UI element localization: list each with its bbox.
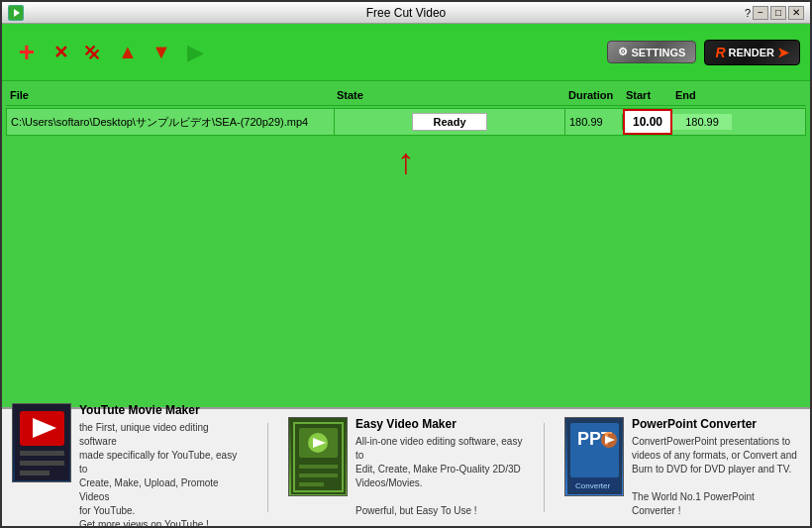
duration-value: 180.99	[565, 114, 623, 130]
add-button[interactable]: +	[12, 38, 42, 67]
divider-2	[544, 423, 545, 512]
state-cell: Ready	[334, 109, 565, 135]
svg-rect-6	[20, 461, 64, 466]
toolbar: + ✕ ✕ ✕ ▲ ▼ ▶ ⚙ SETTINGS R RENDE	[2, 24, 810, 81]
ad-easy-desc: All-in-one video editing software, easy …	[355, 435, 524, 518]
title-bar: Free Cut Video ? − □ ✕	[2, 2, 810, 24]
help-text[interactable]: ?	[745, 7, 751, 19]
header-end: End	[671, 87, 731, 103]
render-button[interactable]: R RENDER ➤	[704, 40, 800, 65]
table-row[interactable]: C:\Users\softaro\Desktop\サンプルビデオ\SEA-(72…	[6, 108, 806, 136]
header-state: State	[333, 87, 564, 103]
ad-ppt-title: PowerPoint Converter	[632, 417, 800, 431]
svg-rect-14	[299, 474, 338, 477]
svg-rect-15	[299, 482, 324, 486]
svg-rect-7	[20, 471, 50, 475]
ad-ppt-image: PPT Converter	[564, 417, 624, 496]
divider-1	[267, 423, 268, 512]
gear-icon: ⚙	[618, 46, 628, 58]
ad-easy-text: Easy Video Maker All-in-one video editin…	[355, 417, 524, 518]
ad-youtube-desc: the First, unique video editing software…	[79, 421, 248, 528]
title-bar-left	[8, 5, 24, 21]
toolbar-right: ⚙ SETTINGS R RENDER ➤	[607, 40, 800, 65]
up-arrow-icon: ↑	[397, 144, 415, 179]
close-button[interactable]: ✕	[788, 6, 804, 20]
remove-button[interactable]: ✕	[46, 38, 75, 67]
ad-ppt[interactable]: PPT Converter PowerPoint Converter Conve…	[564, 417, 800, 518]
render-icon: R	[715, 45, 725, 60]
minimize-button[interactable]: −	[753, 6, 768, 20]
move-up-icon: ▲	[118, 41, 138, 63]
svg-rect-13	[299, 465, 338, 469]
ad-easy-image	[288, 417, 348, 496]
table-header: File State Duration Start End	[6, 85, 806, 106]
play-button[interactable]: ▶	[180, 38, 210, 67]
app-icon	[8, 5, 24, 21]
ad-youtube-image	[12, 403, 71, 482]
render-arrow-icon: ➤	[777, 45, 789, 60]
start-value[interactable]: 10.00	[623, 109, 672, 135]
ad-ppt-text: PowerPoint Converter ConvertPowerPoint p…	[632, 417, 800, 518]
add-icon: +	[19, 39, 35, 66]
move-down-icon: ▼	[152, 41, 171, 63]
play-icon: ▶	[187, 40, 204, 65]
remove-all-button[interactable]: ✕ ✕	[79, 38, 109, 67]
ad-youtube[interactable]: YouTute Movie Maker the First, unique vi…	[12, 403, 248, 528]
header-file: File	[6, 87, 333, 103]
bottom-bar: YouTute Movie Maker the First, unique vi…	[2, 407, 810, 526]
move-down-button[interactable]: ▼	[147, 38, 176, 67]
render-label: RENDER	[729, 47, 774, 58]
ad-youtube-title: YouTute Movie Maker	[79, 403, 248, 417]
window-title: Free Cut Video	[366, 6, 447, 20]
file-path: C:\Users\softaro\Desktop\サンプルビデオ\SEA-(72…	[7, 113, 334, 132]
settings-label: SETTINGS	[631, 47, 685, 58]
ad-youtube-text: YouTute Movie Maker the First, unique vi…	[79, 403, 248, 528]
move-up-button[interactable]: ▲	[113, 38, 143, 67]
ad-easy-title: Easy Video Maker	[355, 417, 524, 431]
end-value: 180.99	[672, 114, 732, 130]
settings-button[interactable]: ⚙ SETTINGS	[607, 41, 696, 63]
restore-button[interactable]: □	[770, 6, 786, 20]
remove-all-icon: ✕ ✕	[83, 42, 105, 63]
header-start: Start	[622, 87, 671, 103]
ad-easy[interactable]: Easy Video Maker All-in-one video editin…	[288, 417, 524, 518]
main-window: Free Cut Video ? − □ ✕ + ✕ ✕ ✕ ▲ ▼ ▶	[0, 0, 812, 528]
arrow-container: ↑	[6, 144, 806, 179]
svg-rect-5	[20, 451, 64, 456]
remove-icon: ✕	[53, 42, 68, 63]
state-badge: Ready	[412, 113, 486, 131]
ad-ppt-desc: ConvertPowerPoint presentations tovideos…	[632, 435, 800, 518]
header-duration: Duration	[564, 87, 622, 103]
title-bar-controls: ? − □ ✕	[745, 6, 804, 20]
content-area: File State Duration Start End C:\Users\s…	[2, 81, 810, 407]
svg-text:Converter: Converter	[575, 481, 610, 490]
